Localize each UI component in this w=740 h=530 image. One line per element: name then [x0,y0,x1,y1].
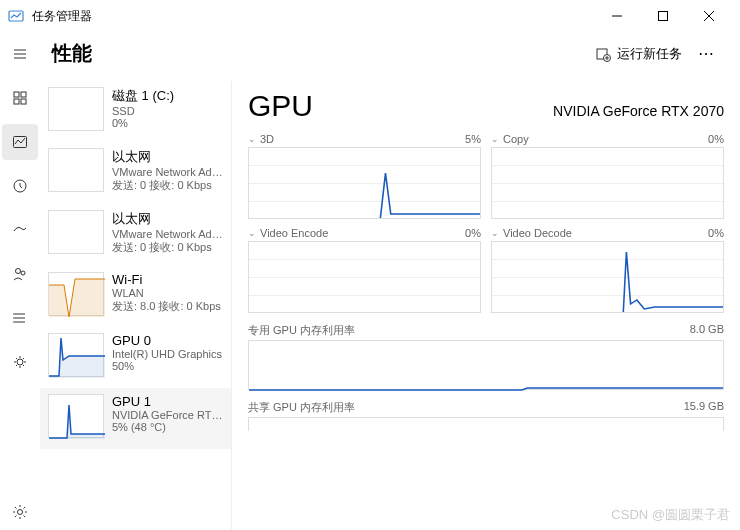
page-title: 性能 [52,40,92,67]
services-icon[interactable] [2,344,38,380]
svg-point-14 [16,269,21,274]
sidebar-item-label: GPU 0 [112,333,227,348]
svg-point-19 [13,313,15,315]
run-task-button[interactable]: 运行新任务 [587,41,690,67]
svg-rect-10 [14,99,19,104]
titlebar: 任务管理器 [0,0,740,32]
settings-icon[interactable] [2,494,38,530]
sidebar-item-disk[interactable]: 磁盘 1 (C:) SSD 0% [40,81,231,142]
chart-3d[interactable]: ⌄3D5% [248,133,481,219]
sidebar-item-label: 磁盘 1 (C:) [112,87,227,105]
svg-rect-9 [21,92,26,97]
page-header: 性能 运行新任务 ⋯ [40,32,740,81]
sidebar-item-wifi[interactable]: Wi-Fi WLAN 发送: 8.0 接收: 0 Kbps [40,266,231,327]
sidebar-item-label: 以太网 [112,148,227,166]
sidebar-item-label: 以太网 [112,210,227,228]
chart-video-encode[interactable]: ⌄Video Encode0% [248,227,481,313]
nav-rail [0,32,40,530]
chart-video-decode[interactable]: ⌄Video Decode0% [491,227,724,313]
run-task-label: 运行新任务 [617,45,682,63]
chevron-down-icon: ⌄ [248,134,256,144]
svg-point-15 [21,271,25,275]
minimize-button[interactable] [594,0,640,32]
svg-point-22 [17,359,23,365]
sidebar-item-gpu1[interactable]: GPU 1 NVIDIA GeForce RTX 2070 5% (48 °C) [40,388,231,449]
svg-point-21 [13,321,15,323]
svg-rect-2 [659,12,668,21]
details-icon[interactable] [2,300,38,336]
close-button[interactable] [686,0,732,32]
run-task-icon [595,46,611,62]
processes-icon[interactable] [2,80,38,116]
app-title: 任务管理器 [32,8,92,25]
svg-point-23 [18,510,23,515]
maximize-button[interactable] [640,0,686,32]
gpu-detail: GPU NVIDIA GeForce RTX 2070 ⌄3D5% ⌄Copy0… [232,81,740,530]
sidebar-item-gpu0[interactable]: GPU 0 Intel(R) UHD Graphics 50% [40,327,231,388]
shared-memory-section: 共享 GPU 内存利用率15.9 GB [248,400,724,431]
app-icon [8,8,24,24]
performance-sidebar: 磁盘 1 (C:) SSD 0% 以太网 VMware Network Adap… [40,81,232,530]
sidebar-item-label: Wi-Fi [112,272,227,287]
svg-rect-8 [14,92,19,97]
sidebar-item-label: GPU 1 [112,394,227,409]
performance-icon[interactable] [2,124,38,160]
sidebar-item-ethernet2[interactable]: 以太网 VMware Network Adapter 发送: 0 接收: 0 K… [40,204,231,266]
users-icon[interactable] [2,256,38,292]
chevron-down-icon: ⌄ [248,228,256,238]
detail-title: GPU [248,89,313,123]
chevron-down-icon: ⌄ [491,134,499,144]
hamburger-icon[interactable] [2,36,38,72]
svg-rect-11 [21,99,26,104]
watermark: CSDN @圆圆栗子君 [611,506,730,524]
startup-icon[interactable] [2,212,38,248]
more-button[interactable]: ⋯ [690,44,724,63]
chevron-down-icon: ⌄ [491,228,499,238]
gpu-model: NVIDIA GeForce RTX 2070 [553,103,724,119]
dedicated-memory-section: 专用 GPU 内存利用率8.0 GB [248,323,724,390]
chart-copy[interactable]: ⌄Copy0% [491,133,724,219]
history-icon[interactable] [2,168,38,204]
svg-point-20 [13,317,15,319]
sidebar-item-ethernet1[interactable]: 以太网 VMware Network Adapter 发送: 0 接收: 0 K… [40,142,231,204]
